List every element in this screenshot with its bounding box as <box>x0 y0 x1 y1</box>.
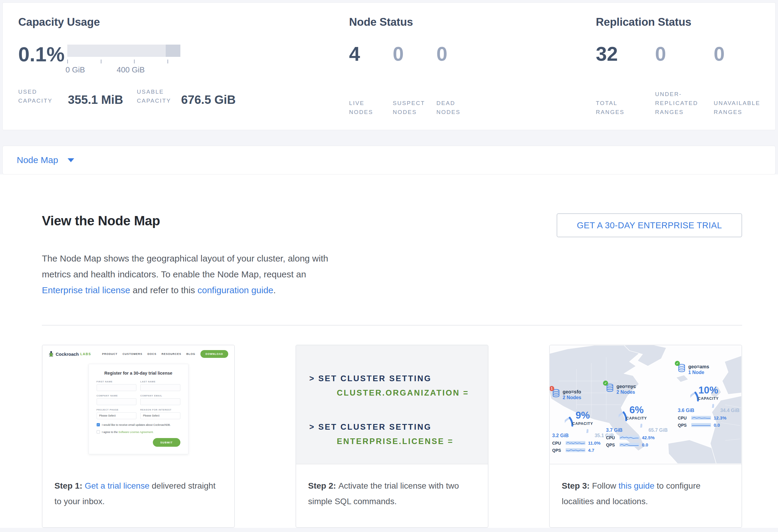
qps-value: 0.0 <box>714 423 720 428</box>
step2-caption: Step 2: Activate the trial license with … <box>296 464 488 509</box>
used-capacity-label: USED CAPACITY <box>18 87 63 105</box>
cpu-sparkline <box>691 416 711 420</box>
project-phase-label: PROJECT PHASE <box>97 408 137 411</box>
dead-nodes-value: 0 <box>437 44 480 64</box>
sql-prompt: > <box>309 423 315 432</box>
reason-for-interest-select: Please Select <box>140 412 180 419</box>
healthy-badge: ✓ <box>603 381 608 386</box>
chevron-down-icon[interactable] <box>68 158 74 162</box>
capacity-percent: 0.1% <box>18 44 67 74</box>
intro-paragraph: The Node Map shows the geographical layo… <box>42 250 330 298</box>
dead-nodes-stat: 0 DEAD NODES <box>437 44 480 117</box>
brand-name: Cockroach <box>56 352 79 357</box>
locality-node-count: 2 Nodes <box>563 395 581 401</box>
section-divider <box>42 325 742 325</box>
live-nodes-stat: 4 LIVE NODES <box>349 44 393 117</box>
submit-button: SUBMIT <box>153 438 180 447</box>
unavailable-ranges-stat: 0 UNAVAILABLE RANGES <box>714 44 771 117</box>
configuration-guide-link[interactable]: configuration guide <box>198 285 274 295</box>
capacity-gauge: 9% CAPACITY <box>565 402 601 433</box>
locality-node-count: 1 Node <box>688 370 709 376</box>
gauge-capacity-label: CAPACITY <box>565 422 601 426</box>
capacity-tick-label-0: 0 GiB <box>66 65 85 75</box>
capacity-used: 3.6 GiB <box>678 408 694 413</box>
cluster-summary-panel: Capacity Usage 0.1% 0 GiB 400 GiB <box>2 2 776 130</box>
node-map-dropdown[interactable]: Node Map <box>17 155 58 165</box>
sql-arg-2: ENTERPRISE.LICENSE = <box>337 435 476 448</box>
nav-blog: BLOG <box>186 353 195 356</box>
capacity-bar-reserved-segment <box>166 45 180 57</box>
capacity-tick-label-400: 400 GiB <box>116 65 145 75</box>
license-agreement-text: I agree to the <box>102 431 119 434</box>
brand-suffix: LABS <box>80 352 91 356</box>
under-replicated-ranges-label: UNDER-REPLICATED RANGES <box>655 90 705 117</box>
locality-ams: ✓ geo=ams 1 Node <box>678 364 742 428</box>
live-nodes-value: 4 <box>349 44 393 64</box>
usable-capacity-label: USABLE CAPACITY <box>137 87 176 105</box>
qps-label: QPS <box>678 423 689 428</box>
node-status-title: Node Status <box>349 16 596 28</box>
company-email-field <box>140 398 180 405</box>
unavailable-ranges-label: UNAVAILABLE RANGES <box>714 99 767 117</box>
step1-card: Cockroach LABS PRODUCT CUSTOMERS DOCS RE… <box>42 345 235 528</box>
capacity-axis-ticks <box>67 60 180 64</box>
nav-customers: CUSTOMERS <box>123 353 142 356</box>
this-guide-link[interactable]: this guide <box>619 481 654 490</box>
cpu-value: 12.3% <box>714 415 726 421</box>
suspect-nodes-value: 0 <box>393 44 437 64</box>
intro-text-3: . <box>274 285 276 295</box>
total-ranges-stat: 32 TOTAL RANGES <box>596 44 655 117</box>
cpu-value: 11.0% <box>588 441 601 446</box>
node-status-section: Node Status 4 LIVE NODES 0 SUSPECT NODES… <box>349 16 596 130</box>
qps-value: 0.0 <box>642 442 648 447</box>
qps-sparkline <box>691 423 711 427</box>
qps-value: 4.7 <box>588 448 594 453</box>
usable-capacity-value: 676.5 GiB <box>181 94 236 105</box>
company-email-label: COMPANY EMAIL <box>140 394 180 397</box>
cpu-label: CPU <box>678 415 689 421</box>
email-updates-label: I would like to receive email updates ab… <box>102 424 171 427</box>
mini-site-nav: PRODUCT CUSTOMERS DOCS RESOURCES BLOG DO… <box>102 350 228 358</box>
live-nodes-label: LIVE NODES <box>349 99 383 117</box>
capacity-bar-chart: 0 GiB 400 GiB <box>67 44 180 74</box>
qps-sparkline <box>619 443 639 447</box>
company-name-field <box>97 398 137 405</box>
usable-capacity-stat: USABLE CAPACITY 676.5 GiB <box>137 87 236 105</box>
enterprise-trial-button[interactable]: GET A 30-DAY ENTERPRISE TRIAL <box>557 213 742 237</box>
gauge-percent: 10% <box>690 384 726 396</box>
replication-status-section: Replication Status 32 TOTAL RANGES 0 UND… <box>596 16 775 130</box>
step1-label: Step 1: <box>55 481 85 490</box>
suspect-nodes-stat: 0 SUSPECT NODES <box>393 44 437 117</box>
last-name-label: LAST NAME <box>140 380 180 383</box>
page-title: View the Node Map <box>42 213 160 228</box>
replication-status-title: Replication Status <box>596 16 775 28</box>
reason-for-interest-label: REASON FOR INTEREST <box>140 408 180 411</box>
locality-name: geo=ams <box>688 364 709 370</box>
step2-sql-thumbnail: > SET CLUSTER SETTING CLUSTER.ORGANIZATI… <box>296 345 488 464</box>
locality-name: geo=nyc <box>617 384 636 389</box>
step2-label: Step 2: <box>308 481 338 490</box>
software-license-agreement-link: Software License Agreement. <box>119 431 154 434</box>
license-agreement-checkbox <box>97 430 100 434</box>
step3-caption: Step 3: Follow this guide to configure l… <box>550 464 742 509</box>
suspect-nodes-label: SUSPECT NODES <box>393 99 430 117</box>
under-replicated-ranges-stat: 0 UNDER-REPLICATED RANGES <box>655 44 714 117</box>
step2-card: > SET CLUSTER SETTING CLUSTER.ORGANIZATI… <box>296 345 488 528</box>
intro-text-1: The Node Map shows the geographical layo… <box>42 253 328 279</box>
enterprise-trial-license-link[interactable]: Enterprise trial license <box>42 285 130 295</box>
healthy-badge: ✓ <box>675 361 680 366</box>
sql-command-1: SET CLUSTER SETTING <box>318 374 432 383</box>
sql-command-2: SET CLUSTER SETTING <box>318 423 432 432</box>
capacity-gauge: 6% CAPACITY <box>619 396 654 428</box>
nav-docs: DOCS <box>147 353 156 356</box>
gauge-capacity-label: CAPACITY <box>690 396 726 401</box>
cockroach-bug-icon <box>49 351 54 357</box>
company-name-label: COMPANY NAME <box>97 394 137 397</box>
warning-badge: 1 <box>549 386 554 391</box>
qps-label: QPS <box>552 448 563 453</box>
get-trial-license-link[interactable]: Get a trial license <box>85 481 149 490</box>
total-ranges-value: 32 <box>596 44 655 64</box>
capacity-usage-title: Capacity Usage <box>18 16 349 28</box>
capacity-bar <box>67 45 180 57</box>
form-title: Register for a 30-day trial license <box>97 371 180 376</box>
